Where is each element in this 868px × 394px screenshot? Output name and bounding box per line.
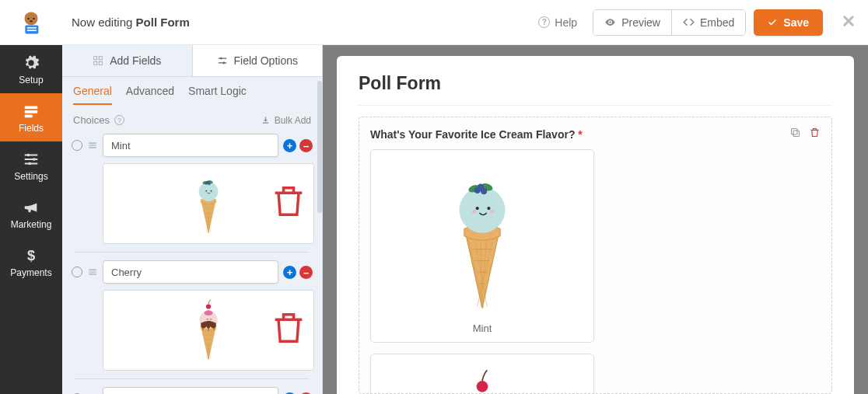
svg-rect-32 [94,57,97,60]
svg-point-28 [27,154,30,157]
form-canvas: Poll Form What's Your Favorite Ice Cream… [337,56,854,394]
choice-add-button[interactable]: + [283,139,296,152]
svg-point-24 [609,21,611,23]
save-button[interactable]: Save [754,9,823,36]
nav-fields[interactable]: Fields [0,93,62,141]
topbar: Now editing Poll Form ? Help Preview Emb… [0,0,868,45]
svg-point-30 [28,162,31,166]
choice-input[interactable] [103,134,278,157]
svg-point-29 [33,158,36,161]
drag-handle-icon[interactable] [87,267,98,277]
nav-setup[interactable]: Setup [0,45,62,93]
help-link[interactable]: ? Help [530,16,585,29]
choice-radio[interactable] [72,140,82,151]
code-icon [683,16,695,28]
trash-icon [809,127,821,138]
svg-rect-34 [94,61,97,65]
choice-input[interactable] [103,260,278,284]
svg-point-15 [25,12,38,25]
svg-rect-35 [99,61,102,65]
mint-cone-thumbnail [188,171,229,236]
choice-image-preview[interactable] [103,163,314,244]
field-label: What's Your Favorite Ice Cream Flavor? * [370,128,583,141]
now-editing-label: Now editing Poll Form [72,16,530,29]
choice-input[interactable] [103,387,278,394]
option-card[interactable]: Cherry [370,354,594,394]
subtab-advanced[interactable]: Advanced [126,85,174,105]
copy-icon [789,127,801,138]
trash-icon [268,295,309,361]
bulk-add-link[interactable]: Bulk Add [261,115,311,126]
image-delete-button[interactable] [268,169,309,236]
mint-cone-image [432,161,533,316]
subtab-general[interactable]: General [73,85,112,105]
svg-rect-33 [99,57,102,60]
choices-label: Choices [73,114,110,126]
dollar-icon: $ [23,247,40,264]
tab-add-fields[interactable]: Add Fields [62,45,193,77]
eye-icon [604,16,616,28]
choice-add-button[interactable]: + [283,266,296,279]
cherry-cone-image [432,365,533,394]
bullhorn-icon [23,199,40,216]
option-card[interactable]: Mint [370,149,594,343]
field-block[interactable]: What's Your Favorite Ice Cream Flavor? * [359,117,832,394]
svg-rect-38 [793,131,800,137]
choice-row: + – [68,131,316,160]
panel-scrollbar[interactable] [317,81,322,213]
field-options-panel: Add Fields Field Options General Advance… [62,45,323,394]
choice-radio[interactable] [72,267,82,277]
grid-icon [93,55,103,66]
drag-handle-icon[interactable] [87,140,98,151]
option-label: Mint [473,323,492,334]
sliders-small-icon [217,55,228,66]
nav-payments[interactable]: $ Payments [0,238,62,286]
gear-icon [23,54,40,71]
form-title[interactable]: Poll Form [359,73,832,105]
svg-point-19 [33,17,35,19]
svg-rect-25 [25,106,38,110]
choice-image-preview[interactable] [103,290,314,371]
app-logo [0,9,62,36]
image-delete-button[interactable] [268,295,309,363]
sliders-icon [23,151,40,168]
close-icon [842,14,856,28]
svg-point-20 [30,19,33,22]
svg-rect-27 [25,115,33,118]
delete-field-button[interactable] [809,127,821,141]
nav-marketing[interactable]: Marketing [0,190,62,238]
svg-rect-22 [27,26,37,28]
choices-help-icon[interactable]: ? [114,115,124,125]
nav-settings[interactable]: Settings [0,141,62,190]
subtab-smart-logic[interactable]: Smart Logic [188,85,247,105]
svg-rect-39 [792,129,798,135]
duplicate-field-button[interactable] [789,127,801,141]
svg-point-36 [219,58,222,60]
left-nav: Setup Fields Settings Marketing $ Paymen… [0,45,62,394]
svg-point-18 [27,17,30,19]
cherry-cone-thumbnail [188,298,229,363]
svg-text:$: $ [27,247,35,263]
choice-remove-button[interactable]: – [299,266,313,279]
trash-icon [268,169,309,234]
choice-remove-button[interactable]: – [299,139,313,152]
preview-button[interactable]: Preview [593,10,671,35]
help-icon: ? [538,16,550,28]
svg-point-17 [33,13,37,17]
preview-embed-group: Preview Embed [593,9,746,36]
tab-field-options[interactable]: Field Options [193,45,323,77]
form-canvas-wrapper: Poll Form What's Your Favorite Ice Cream… [323,45,868,394]
svg-rect-23 [27,30,37,31]
check-icon [768,18,777,27]
form-icon [23,103,40,120]
choice-row: + – [68,384,316,394]
svg-rect-21 [25,25,38,33]
choice-row: + – [68,257,316,287]
close-button[interactable] [842,12,856,33]
svg-rect-26 [25,110,38,113]
embed-button[interactable]: Embed [671,10,745,35]
svg-point-37 [222,62,225,65]
download-icon [261,116,270,124]
svg-point-16 [25,13,29,17]
